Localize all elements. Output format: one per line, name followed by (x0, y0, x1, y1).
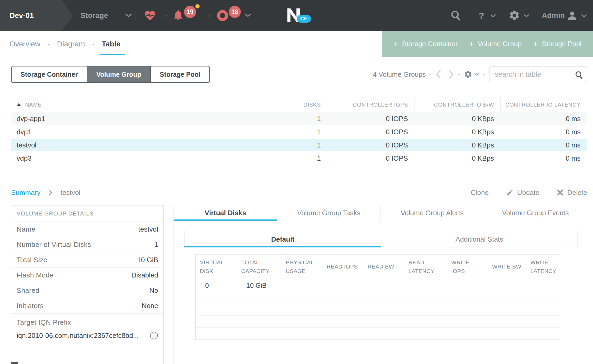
user-avatar-icon[interactable] (566, 9, 578, 22)
pagination (436, 70, 454, 79)
cell-total-capacity: 10 GiB (246, 282, 266, 289)
row-count-label: 4 Volume Groups (373, 70, 426, 79)
button-label: Update (517, 189, 539, 197)
button-label: Storage Container (402, 40, 458, 48)
subtab-default[interactable]: Default (185, 231, 381, 247)
cell-write-iops: - (456, 282, 458, 289)
volume-group-details-panel: VOLUME GROUP DETAILS Name testvol Number… (11, 205, 164, 364)
sort-asc-icon (17, 103, 21, 106)
detail-row-initiators: Initiators None (11, 298, 163, 314)
column-header-name[interactable]: NAME (11, 97, 241, 112)
table-settings-menu[interactable] (464, 70, 479, 79)
cluster-name: Dev-01 (10, 0, 34, 31)
user-name[interactable]: Admin (542, 0, 565, 31)
tab-table-label: Table (102, 40, 120, 48)
column-header-controller-iops[interactable]: CONTROLLER IOPS (327, 97, 414, 112)
table-row-selected[interactable]: testvol 1 0 IOPS 0 KBps 0 ms (11, 138, 587, 152)
alerts-bell-icon[interactable] (172, 9, 184, 21)
top-nav-bar: Dev-01 Storage 19 18 (0, 0, 593, 31)
scrollbar-fragment[interactable] (11, 362, 18, 364)
tab-volume-group-events[interactable]: Volume Group Events (484, 205, 587, 221)
add-storage-container-button[interactable]: + Storage Container (393, 40, 458, 48)
detail-value: testvol (138, 225, 158, 233)
alerts-count-badge[interactable]: 19 (184, 6, 196, 18)
detail-value: Disabled (131, 271, 158, 279)
tab-label: Virtual Disks (205, 209, 246, 217)
separator-dot (209, 15, 210, 17)
cell-bw: 0 KBps (472, 154, 494, 162)
search-icon[interactable] (450, 10, 461, 21)
delete-button[interactable]: Delete (557, 189, 587, 197)
add-storage-pool-button[interactable]: + Storage Pool (533, 40, 581, 48)
active-subtab-underline (184, 246, 381, 247)
page-prev-icon[interactable] (436, 70, 441, 79)
nav-menu-storage[interactable]: Storage (81, 0, 132, 31)
segment-storage-pool[interactable]: Storage Pool (150, 66, 209, 82)
table-search (489, 66, 587, 82)
add-volume-group-button[interactable]: + Volume Group (469, 40, 522, 48)
chevron-right-icon (48, 189, 53, 196)
tab-volume-group-alerts[interactable]: Volume Group Alerts (380, 205, 484, 221)
segment-storage-container[interactable]: Storage Container (12, 66, 87, 82)
disk-table-header-row: VIRTUAL DISK TOTAL CAPACITY PHYSICAL USA… (196, 255, 560, 279)
detail-row-flash-mode: Flash Mode Disabled (11, 268, 163, 283)
divider (135, 10, 135, 21)
detail-actions: Clone Update Delete (471, 185, 587, 200)
update-button[interactable]: Update (506, 189, 539, 197)
table-row[interactable]: vdp3 1 0 IOPS 0 KBps 0 ms (11, 152, 587, 165)
segment-label: Storage Container (21, 71, 78, 78)
chevron-down-icon[interactable] (581, 14, 587, 17)
table-row[interactable]: dvp-app1 1 0 IOPS 0 KBps 0 ms (11, 112, 587, 125)
separator-dot (165, 15, 167, 17)
tab-volume-group-tasks[interactable]: Volume Group Tasks (277, 205, 380, 221)
chevron-down-icon (125, 14, 132, 17)
detail-label: Total Size (17, 256, 48, 264)
tasks-count-badge[interactable]: 18 (229, 6, 241, 18)
detail-value: 10 GiB (137, 256, 158, 264)
cluster-name-tab[interactable]: Dev-01 (0, 0, 73, 31)
cell-disks: 1 (317, 154, 321, 162)
tab-virtual-disks[interactable]: Virtual Disks (174, 205, 277, 221)
separator-dot: · (48, 40, 50, 48)
table-row[interactable]: dvp1 1 0 IOPS 0 KBps 0 ms (11, 125, 587, 138)
info-icon[interactable] (150, 331, 158, 340)
tab-label: Volume Group Events (502, 209, 569, 217)
segment-volume-group[interactable]: Volume Group (87, 66, 150, 82)
help-icon[interactable]: ? (479, 0, 484, 31)
tasks-ring-icon[interactable] (217, 10, 228, 21)
detail-row-shared: Shared No (11, 283, 163, 298)
health-heart-icon[interactable] (144, 9, 156, 22)
column-label: CONTROLLER IO B/W (434, 102, 494, 108)
chevron-down-icon[interactable] (491, 14, 496, 17)
table-search-input[interactable] (490, 67, 587, 82)
chevron-down-icon[interactable] (245, 14, 251, 17)
detail-label: Number of Virtual Disks (17, 241, 91, 249)
cell-bw: 0 KBps (472, 128, 494, 136)
cell-physical-usage: - (291, 282, 293, 289)
tab-table[interactable]: Table (102, 40, 120, 48)
plus-icon: + (469, 40, 474, 48)
cell-disks: 1 (317, 128, 321, 136)
separator-dot (430, 74, 431, 75)
subtab-additional-stats[interactable]: Additional Stats (381, 231, 577, 247)
tab-label: Volume Group Tasks (297, 209, 360, 217)
clone-button[interactable]: Clone (471, 189, 489, 197)
disk-table-row[interactable]: 0 10 GiB - - - - - - - (196, 279, 560, 292)
cell-name: vdp3 (17, 154, 31, 162)
column-header-controller-io-latency[interactable]: CONTROLLER IO LATENCY (500, 97, 587, 112)
detail-label: Name (17, 225, 35, 233)
column-header-controller-io-bw[interactable]: CONTROLLER IO B/W (414, 97, 500, 112)
search-icon[interactable] (575, 70, 583, 80)
gear-icon[interactable] (509, 9, 520, 21)
volume-groups-table: NAME DISKS CONTROLLER IOPS CONTROLLER IO… (11, 97, 587, 177)
segment-label: Storage Pool (160, 71, 200, 78)
detail-value: None (142, 302, 158, 310)
button-label: Storage Pool (542, 40, 581, 48)
column-header-disks[interactable]: DISKS (241, 97, 327, 112)
tab-diagram[interactable]: Diagram (57, 40, 85, 48)
page-next-icon[interactable] (448, 70, 454, 79)
tab-overview[interactable]: Overview (10, 40, 40, 48)
breadcrumb-summary-link[interactable]: Summary (11, 189, 40, 197)
stats-subtabs: Default Additional Stats (184, 231, 578, 247)
chevron-down-icon[interactable] (524, 14, 529, 17)
